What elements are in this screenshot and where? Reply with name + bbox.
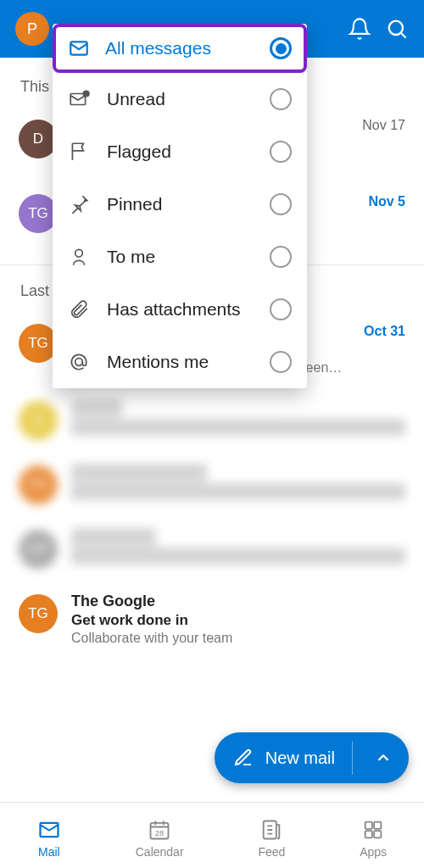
filter-option-attachments[interactable]: Has attachments <box>53 283 307 336</box>
svg-point-4 <box>75 249 83 257</box>
nav-label: Feed <box>258 845 285 859</box>
filter-option-all-messages[interactable]: All messages <box>53 24 307 73</box>
svg-point-5 <box>75 359 83 366</box>
email-subject: xxxxxxxxxxxxxxxxxxxxxxx <box>71 548 405 565</box>
compose-icon <box>233 748 254 768</box>
email-item[interactable]: TG The Google Get work done in Collabora… <box>0 581 424 658</box>
email-sender: xxxxxx <box>71 399 122 417</box>
nav-feed[interactable]: Feed <box>258 818 285 859</box>
nav-label: Calendar <box>136 845 184 859</box>
filter-label: Has attachments <box>107 299 253 320</box>
email-sender: xxxxxxxxxxxxxxxx <box>71 464 207 481</box>
sender-avatar: TG <box>19 465 58 504</box>
nav-mail[interactable]: Mail <box>37 818 61 859</box>
radio-icon <box>270 141 292 163</box>
bottom-nav: Mail 28 Calendar Feed Apps <box>0 802 424 868</box>
email-item[interactable]: G xxxxxx xxxxxxxxxxxxxxxxxxxxxxx <box>0 387 424 452</box>
radio-icon <box>270 351 292 373</box>
pin-icon <box>68 193 90 215</box>
feed-icon <box>259 818 283 842</box>
unread-icon <box>68 88 90 110</box>
attachment-icon <box>68 298 90 320</box>
filter-label: To me <box>107 247 253 267</box>
fab-expand-button[interactable] <box>365 748 402 767</box>
filter-label: Pinned <box>107 194 253 214</box>
calendar-icon: 28 <box>148 818 171 842</box>
email-preview: Collaborate with your team <box>71 631 405 646</box>
fab-divider <box>352 741 353 775</box>
filter-menu: All messages Unread Flagged Pinned To me <box>53 24 307 388</box>
filter-label: Unread <box>107 89 253 109</box>
mention-icon <box>68 351 90 373</box>
email-sender: The Google <box>71 593 155 610</box>
svg-rect-10 <box>374 821 381 828</box>
chevron-up-icon <box>374 748 393 767</box>
nav-label: Mail <box>38 845 60 859</box>
email-item[interactable]: GP xxxxxxxxxx xxxxxxxxxxxxxxxxxxxxxxx <box>0 516 424 581</box>
apps-icon <box>361 818 385 842</box>
email-subject: xxxxxxxxxxxxxxxxxxxxxxx <box>71 483 405 500</box>
filter-label: Mentions me <box>107 352 253 372</box>
sender-avatar: GP <box>19 530 58 569</box>
nav-apps[interactable]: Apps <box>360 818 387 859</box>
fab-label: New mail <box>265 748 335 768</box>
svg-rect-12 <box>374 831 381 837</box>
filter-option-to-me[interactable]: To me <box>53 231 307 283</box>
filter-label: All messages <box>105 38 254 58</box>
svg-text:28: 28 <box>155 829 164 837</box>
email-subject: xxxxxxxxxxxxxxxxxxxxxxx <box>71 419 405 436</box>
search-icon[interactable] <box>385 17 409 41</box>
notifications-icon[interactable] <box>348 17 371 41</box>
nav-calendar[interactable]: 28 Calendar <box>136 818 184 859</box>
radio-icon <box>270 246 292 268</box>
radio-selected-icon <box>270 37 292 59</box>
svg-rect-11 <box>365 831 372 837</box>
radio-icon <box>270 298 292 320</box>
nav-label: Apps <box>360 845 387 859</box>
email-item[interactable]: TG xxxxxxxxxxxxxxxx xxxxxxxxxxxxxxxxxxxx… <box>0 452 424 516</box>
radio-icon <box>270 88 292 110</box>
person-icon <box>68 246 90 268</box>
radio-icon <box>270 193 292 215</box>
filter-option-pinned[interactable]: Pinned <box>53 178 307 231</box>
filter-option-unread[interactable]: Unread <box>53 73 307 125</box>
mail-icon <box>37 818 61 842</box>
profile-avatar[interactable]: P <box>15 12 49 46</box>
email-subject: Get work done in <box>71 612 405 629</box>
email-sender: xxxxxxxxxx <box>71 528 156 546</box>
mail-icon <box>68 37 90 59</box>
new-mail-button[interactable]: New mail <box>215 732 409 783</box>
flag-icon <box>68 141 90 163</box>
filter-label: Flagged <box>107 142 253 162</box>
email-date: Nov 17 <box>362 118 405 133</box>
svg-rect-2 <box>70 94 85 105</box>
sender-avatar: G <box>19 401 58 440</box>
filter-option-flagged[interactable]: Flagged <box>53 125 307 178</box>
svg-point-0 <box>389 21 403 35</box>
email-date: Oct 31 <box>364 324 405 339</box>
svg-point-3 <box>83 91 89 97</box>
svg-rect-9 <box>365 821 372 828</box>
sender-avatar: TG <box>19 594 58 633</box>
email-date: Nov 5 <box>368 194 405 209</box>
filter-option-mentions[interactable]: Mentions me <box>53 336 307 388</box>
